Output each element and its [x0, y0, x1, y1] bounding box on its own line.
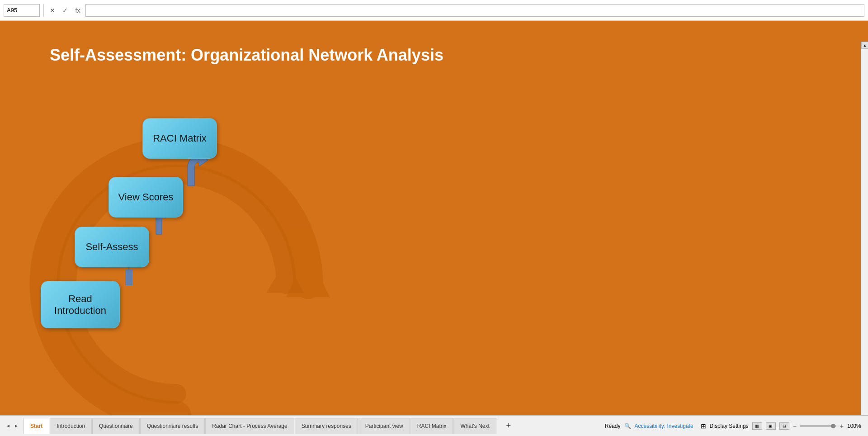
status-ready: Ready: [605, 423, 621, 429]
sheet-tab-summary-responses[interactable]: Summary responses: [295, 418, 358, 434]
name-box[interactable]: A95: [4, 4, 40, 17]
right-scrollbar[interactable]: ▲ ▼: [861, 42, 868, 415]
background-decoration: [23, 130, 330, 415]
cancel-icon[interactable]: ✕: [47, 5, 57, 15]
scroll-up-button[interactable]: ▲: [861, 42, 868, 49]
page-layout-btn[interactable]: ▣: [766, 422, 776, 430]
display-settings-label[interactable]: Display Settings: [710, 423, 749, 429]
zoom-plus-btn[interactable]: +: [840, 422, 844, 430]
svg-rect-2: [125, 270, 132, 285]
page-break-btn[interactable]: ⊟: [779, 422, 789, 430]
sheet-tab-questionnaire[interactable]: Questionnaire: [92, 418, 140, 434]
read-introduction-button[interactable]: Read Introduction: [41, 281, 120, 328]
normal-view-btn[interactable]: ▦: [752, 422, 762, 430]
svg-marker-0: [286, 253, 330, 297]
sheet-tabs: StartIntroductionQuestionnaireQuestionna…: [23, 418, 497, 434]
raci-matrix-button[interactable]: RACI Matrix: [142, 118, 217, 159]
main-content: Self-Assessment: Organizational Network …: [0, 21, 868, 415]
sheet-tab-introduction[interactable]: Introduction: [50, 418, 92, 434]
view-scores-button[interactable]: View Scores: [108, 177, 183, 218]
sheet-tab-raci-matrix[interactable]: RACI Matrix: [410, 418, 453, 434]
sheet-tab-participant-view[interactable]: Participant view: [359, 418, 410, 434]
accessibility-label[interactable]: Accessibility: Investigate: [635, 423, 693, 429]
sheet-scroll-right-btn[interactable]: ►: [13, 422, 20, 430]
formula-icon[interactable]: fx: [73, 5, 83, 15]
status-section: ◄ ► StartIntroductionQuestionnaireQuesti…: [0, 416, 520, 436]
sheet-tab-questionnaire-results[interactable]: Questionnaire results: [140, 418, 205, 434]
zoom-level: 100%: [847, 423, 863, 429]
page-title: Self-Assessment: Organizational Network …: [50, 46, 443, 65]
right-controls: Ready 🔍 Accessibility: Investigate ⊞ Dis…: [600, 416, 868, 436]
svg-marker-1: [266, 260, 304, 293]
display-settings-icon: ⊞: [701, 422, 706, 430]
add-sheet-button[interactable]: +: [502, 419, 515, 433]
zoom-slider[interactable]: [800, 425, 836, 427]
sheet-tab-what's-next[interactable]: What's Next: [453, 418, 496, 434]
confirm-icon[interactable]: ✓: [60, 5, 70, 15]
sheet-scroll-left-btn[interactable]: ◄: [5, 422, 12, 430]
sheet-tab-radar-chart---process-average[interactable]: Radar Chart - Process Average: [205, 418, 294, 434]
zoom-minus-btn[interactable]: −: [793, 422, 797, 430]
excel-toolbar: A95 ✕ ✓ fx: [0, 0, 868, 21]
accessibility-icon: 🔍: [624, 423, 631, 429]
self-assess-button[interactable]: Self-Assess: [75, 227, 149, 267]
sheet-tab-start[interactable]: Start: [24, 418, 49, 434]
bottom-bar: ◄ ► StartIntroductionQuestionnaireQuesti…: [0, 415, 868, 436]
formula-bar[interactable]: [85, 4, 864, 17]
toolbar-divider: [43, 4, 44, 17]
